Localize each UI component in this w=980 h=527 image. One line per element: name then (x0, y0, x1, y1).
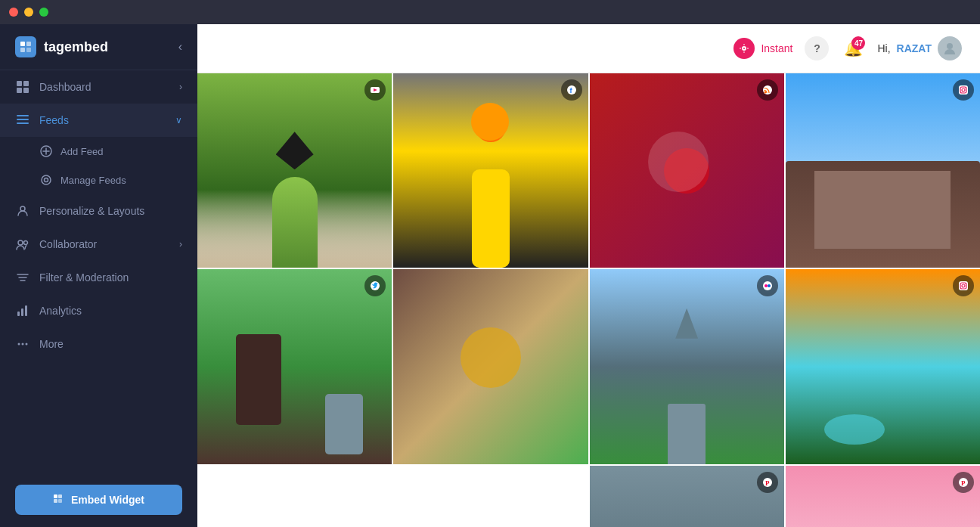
svg-rect-6 (17, 88, 22, 93)
sidebar-item-more[interactable]: More (0, 327, 197, 361)
svg-point-46 (965, 87, 966, 88)
user-avatar (938, 36, 962, 60)
svg-rect-10 (17, 122, 29, 124)
notification-button[interactable]: 🔔 47 (841, 36, 865, 60)
photo-cell-5 (197, 269, 392, 463)
photo-grid-container: f (197, 73, 980, 527)
more-icon (15, 336, 30, 352)
sidebar-item-label-dashboard: Dashboard (39, 81, 170, 93)
svg-text:P: P (765, 479, 770, 486)
pinterest-icon-2: P (953, 472, 974, 493)
svg-rect-19 (17, 312, 20, 316)
svg-rect-0 (20, 42, 25, 46)
svg-point-22 (18, 343, 20, 346)
photo-cell-8 (786, 269, 980, 463)
svg-rect-8 (17, 115, 29, 116)
svg-point-15 (45, 178, 48, 182)
sidebar-item-analytics[interactable]: Analytics (0, 294, 197, 327)
svg-rect-27 (54, 499, 57, 503)
sidebar-toggle[interactable]: ‹ (178, 40, 182, 54)
logo-area: tagembed (15, 36, 108, 57)
instant-button[interactable]: Instant (733, 38, 792, 59)
svg-rect-20 (21, 308, 23, 316)
embed-btn-label: Embed Widget (71, 494, 144, 506)
flickr-icon (757, 275, 778, 296)
notification-badge: 47 (851, 36, 865, 50)
svg-rect-3 (26, 48, 31, 52)
svg-rect-2 (20, 48, 25, 52)
svg-rect-4 (17, 81, 22, 86)
sidebar-item-label-analytics: Analytics (39, 305, 182, 317)
title-bar (0, 0, 980, 24)
minimize-dot[interactable] (24, 8, 33, 17)
photo-cell-10: P (786, 466, 980, 528)
sidebar-item-dashboard[interactable]: Dashboard › (0, 70, 197, 104)
sidebar-item-feeds[interactable]: Feeds ∨ (0, 104, 197, 137)
sidebar-item-label-filter: Filter & Moderation (39, 271, 182, 284)
photo-image-10 (786, 466, 980, 528)
sidebar-item-label-add-feed: Add Feed (60, 146, 103, 157)
photo-image-1 (197, 73, 392, 268)
instagram-icon-1 (953, 79, 974, 101)
sidebar-item-label-manage-feeds: Manage Feeds (60, 175, 126, 186)
rss-icon (757, 79, 778, 101)
sidebar-item-add-feed[interactable]: Add Feed (0, 137, 197, 166)
svg-rect-21 (25, 305, 27, 316)
svg-rect-5 (23, 81, 29, 86)
svg-point-18 (24, 241, 28, 245)
photo-grid: f (197, 73, 980, 527)
instant-icon (733, 38, 755, 59)
sidebar-item-label-collaborator: Collaborator (39, 238, 170, 250)
svg-point-54 (965, 283, 966, 284)
user-name: RAZAT (897, 42, 932, 54)
facebook-icon: f (561, 79, 582, 101)
photo-image-5 (197, 269, 392, 463)
sidebar-bottom: Embed Widget (0, 473, 197, 527)
photo-cell-9: P (590, 466, 784, 528)
manage-feeds-icon (39, 173, 53, 187)
sidebar-item-personalize[interactable]: Personalize & Layouts (0, 194, 197, 228)
svg-point-14 (42, 175, 51, 184)
logo-text: tagembed (44, 39, 108, 55)
svg-point-17 (18, 240, 23, 245)
logo-icon (15, 36, 36, 57)
svg-rect-25 (54, 494, 57, 498)
svg-rect-7 (23, 88, 29, 93)
feeds-icon (15, 113, 30, 128)
sidebar-item-label-feeds: Feeds (39, 114, 166, 126)
help-label: ? (814, 42, 820, 54)
photo-cell-6 (393, 269, 588, 463)
svg-rect-28 (58, 499, 62, 503)
photo-image-4 (786, 73, 980, 268)
svg-point-49 (764, 284, 768, 287)
dashboard-arrow: › (179, 82, 182, 92)
photo-cell-3 (590, 73, 784, 268)
sidebar-item-label-personalize: Personalize & Layouts (39, 205, 182, 217)
app-body: tagembed ‹ Dashboard › (0, 24, 980, 527)
analytics-icon (15, 303, 30, 318)
photo-cell-4 (786, 73, 980, 268)
photo-image-3 (590, 73, 784, 268)
close-dot[interactable] (9, 8, 18, 17)
sidebar-item-collaborator[interactable]: Collaborator › (0, 228, 197, 261)
sidebar-header: tagembed ‹ (0, 24, 197, 70)
sidebar-item-manage-feeds[interactable]: Manage Feeds (0, 166, 197, 194)
svg-point-31 (743, 48, 745, 49)
help-button[interactable]: ? (805, 36, 829, 60)
user-area[interactable]: Hi, RAZAT (877, 36, 962, 60)
personalize-icon (15, 203, 30, 219)
svg-point-16 (20, 206, 25, 211)
photo-cell-1 (197, 73, 392, 268)
svg-point-50 (768, 284, 771, 287)
maximize-dot[interactable] (39, 8, 48, 17)
sidebar-item-filter[interactable]: Filter & Moderation (0, 261, 197, 294)
feeds-arrow: ∨ (175, 115, 182, 126)
dashboard-icon (15, 79, 30, 95)
svg-rect-1 (26, 42, 31, 46)
add-feed-icon (39, 144, 53, 158)
photo-cell-2: f (393, 73, 588, 268)
top-header: Instant ? 🔔 47 Hi, RAZAT (197, 24, 980, 73)
svg-point-36 (947, 43, 953, 49)
embed-widget-button[interactable]: Embed Widget (15, 485, 182, 515)
filter-icon (15, 270, 30, 285)
